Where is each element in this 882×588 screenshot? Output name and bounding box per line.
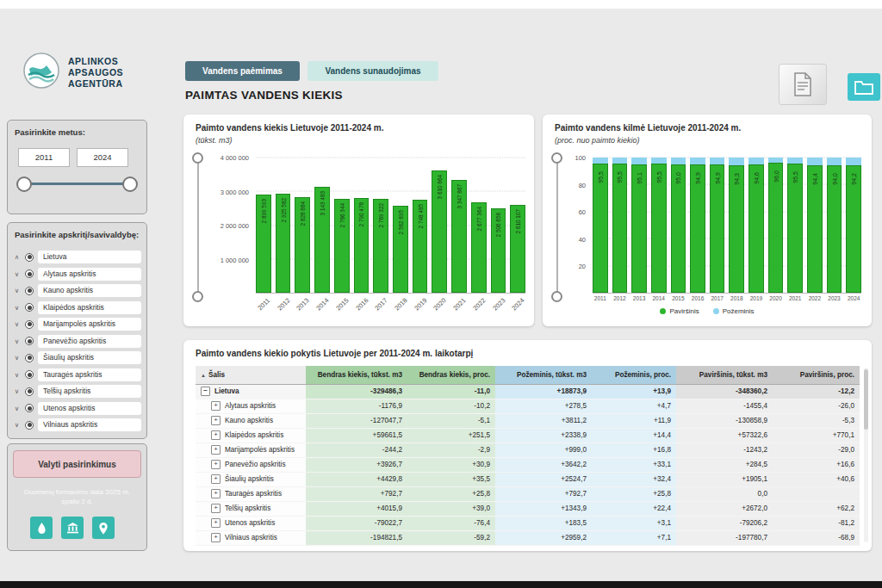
region-item[interactable]: ∨Marijampolės apskritis	[10, 316, 144, 333]
region-item[interactable]: ∨Alytaus apskritis	[10, 266, 144, 283]
slider-handle-top[interactable]	[192, 152, 203, 164]
expand-icon[interactable]: +	[211, 401, 220, 411]
stacked-bar-2013[interactable]: 95,1	[631, 158, 647, 293]
radio-button[interactable]	[25, 303, 34, 312]
region-item[interactable]: ∨Šiaulių apskritis	[10, 350, 144, 367]
institution-button[interactable]	[61, 517, 84, 539]
expand-icon[interactable]: +	[211, 518, 220, 528]
radio-button[interactable]	[25, 253, 34, 262]
stacked-bar-2021[interactable]: 95,5	[787, 158, 803, 293]
table-row[interactable]: +Marijampolės apskritis-244,2-2,9+999,0+…	[196, 443, 860, 457]
stacked-bar-2019[interactable]: 94,6	[748, 158, 764, 293]
radio-button[interactable]	[25, 387, 34, 396]
column-header[interactable]: Požeminis, tūkst. m3	[495, 366, 592, 384]
y-axis-slider[interactable]	[192, 152, 204, 302]
stacked-bar-2014[interactable]: 95,5	[651, 158, 667, 293]
slider-handle-right[interactable]	[122, 176, 138, 192]
expand-icon[interactable]: +	[211, 489, 220, 498]
bar-2016[interactable]: 2 790 478	[354, 198, 370, 293]
region-item[interactable]: ∨Utenos apskritis	[10, 400, 144, 418]
stacked-bar-2023[interactable]: 94,0	[827, 158, 842, 293]
chevron-down-icon[interactable]: ∨	[10, 304, 23, 312]
table-scrollbar[interactable]	[864, 368, 868, 542]
chevron-down-icon[interactable]: ∨	[10, 387, 23, 395]
table-row[interactable]: +Tauragės apskritis+792,7+25,8+792,7+25,…	[196, 486, 860, 501]
stacked-bar-2011[interactable]: 95,5	[593, 158, 608, 293]
expand-icon[interactable]: +	[211, 533, 220, 542]
region-item[interactable]: ∧Lietuva	[10, 249, 144, 266]
table-row[interactable]: +Utenos apskritis-79022,7-76,4+183,5+3,1…	[196, 516, 860, 530]
column-header[interactable]: Paviršinis, tūkst. m3	[676, 366, 773, 384]
table-row[interactable]: +Šiaulių apskritis+4429,8+35,5+2524,7+32…	[196, 472, 860, 486]
chevron-down-icon[interactable]: ∨	[10, 405, 23, 412]
chevron-down-icon[interactable]: ∨	[10, 421, 23, 429]
region-item[interactable]: ∨Klaipėdos apskritis	[10, 300, 144, 317]
stacked-bar-2016[interactable]: 94,9	[690, 158, 705, 293]
year-from-input[interactable]: 2011	[18, 148, 70, 167]
radio-button[interactable]	[25, 269, 34, 278]
bar-2012[interactable]: 2 925 582	[276, 194, 291, 293]
region-item[interactable]: ∨Telšių apskritis	[10, 383, 144, 400]
pin-button[interactable]	[92, 517, 115, 539]
expand-icon[interactable]: +	[211, 430, 220, 440]
region-item[interactable]: ∨Vilniaus apskritis	[10, 417, 144, 434]
region-item[interactable]: ∨Panevėžio apskritis	[10, 333, 144, 350]
chevron-down-icon[interactable]: ∨	[10, 270, 23, 278]
year-to-input[interactable]: 2024	[77, 148, 128, 167]
radio-button[interactable]	[25, 337, 34, 345]
expand-icon[interactable]: +	[211, 474, 220, 484]
chevron-down-icon[interactable]: ∨	[10, 337, 23, 345]
stacked-bar-2020[interactable]: 96,0	[768, 158, 784, 293]
scrollbar-thumb[interactable]	[864, 369, 868, 430]
bar-2018[interactable]: 2 562 895	[393, 206, 408, 293]
bar-2011[interactable]: 2 899 593	[256, 195, 271, 293]
table-row[interactable]: +Vilniaus apskritis-194821,5-59,2+2959,2…	[196, 530, 860, 545]
chevron-down-icon[interactable]: ∨	[10, 287, 23, 294]
stacked-bar-2018[interactable]: 94,3	[729, 158, 744, 293]
region-item[interactable]: ∨Tauragės apskritis	[10, 367, 144, 384]
table-row[interactable]: +Kauno apskritis-127047,7-5,1+3811,2+11,…	[196, 413, 860, 428]
radio-button[interactable]	[25, 354, 34, 362]
report-button[interactable]	[779, 64, 827, 105]
legend-item[interactable]: Požeminis	[713, 307, 755, 315]
expand-icon[interactable]: +	[211, 416, 220, 425]
chevron-down-icon[interactable]: ∨	[10, 371, 23, 379]
folder-button[interactable]	[848, 73, 880, 101]
column-header[interactable]: Paviršinis, proc.	[773, 366, 860, 384]
expand-icon[interactable]: +	[211, 504, 220, 513]
water-drop-button[interactable]	[30, 517, 53, 539]
table-row[interactable]: +Alytaus apskritis-1176,9-10,2+278,5+4,7…	[196, 399, 860, 413]
bar-2020[interactable]: 3 610 864	[432, 170, 447, 293]
bar-2017[interactable]: 2 769 322	[373, 199, 388, 293]
clear-selections-button[interactable]: Valyti pasirinkimus	[13, 450, 141, 478]
bar-2014[interactable]: 3 143 483	[314, 187, 330, 293]
slider-handle-bottom[interactable]	[192, 291, 203, 302]
radio-button[interactable]	[25, 320, 34, 329]
expand-icon[interactable]: +	[211, 460, 220, 469]
stacked-bar-2015[interactable]: 95,0	[671, 158, 686, 293]
radio-button[interactable]	[25, 404, 34, 412]
chevron-down-icon[interactable]: ∨	[10, 354, 23, 362]
bar-2013[interactable]: 2 828 884	[295, 197, 310, 293]
expand-icon[interactable]: +	[211, 445, 220, 455]
column-header[interactable]: Bendras kiekis, proc.	[407, 366, 495, 384]
stacked-bar-2017[interactable]: 94,9	[710, 158, 725, 293]
radio-button[interactable]	[25, 370, 34, 379]
column-header[interactable]: Požeminis, proc.	[592, 366, 676, 384]
table-row[interactable]: +Panevėžio apskritis+3926,7+30,9+3642,2+…	[196, 457, 860, 472]
collapse-icon[interactable]: −	[201, 387, 210, 396]
table-row[interactable]: +Telšių apskritis+4015,9+39,0+1343,9+22,…	[196, 501, 860, 516]
column-header[interactable]: ▲Šalis	[196, 366, 306, 384]
region-item[interactable]: ∨Kauno apskritis	[10, 282, 144, 300]
chevron-down-icon[interactable]: ∨	[10, 320, 23, 328]
bar-2021[interactable]: 3 347 867	[451, 180, 467, 293]
chevron-up-icon[interactable]: ∧	[10, 253, 23, 261]
slider-handle-left[interactable]	[16, 176, 32, 192]
tab-vandens-paemimas[interactable]: Vandens paėmimas	[185, 61, 300, 81]
y-axis-slider[interactable]	[551, 152, 563, 302]
table-row[interactable]: −Lietuva-329486,3-11,0+18873,9+13,9-3483…	[196, 384, 860, 399]
stacked-bar-2012[interactable]: 95,5	[612, 158, 628, 293]
slider-handle-top[interactable]	[551, 152, 562, 164]
stacked-bar-2024[interactable]: 94,2	[846, 158, 861, 293]
tab-vandens-sunaudojimas[interactable]: Vandens sunaudojimas	[307, 61, 438, 81]
